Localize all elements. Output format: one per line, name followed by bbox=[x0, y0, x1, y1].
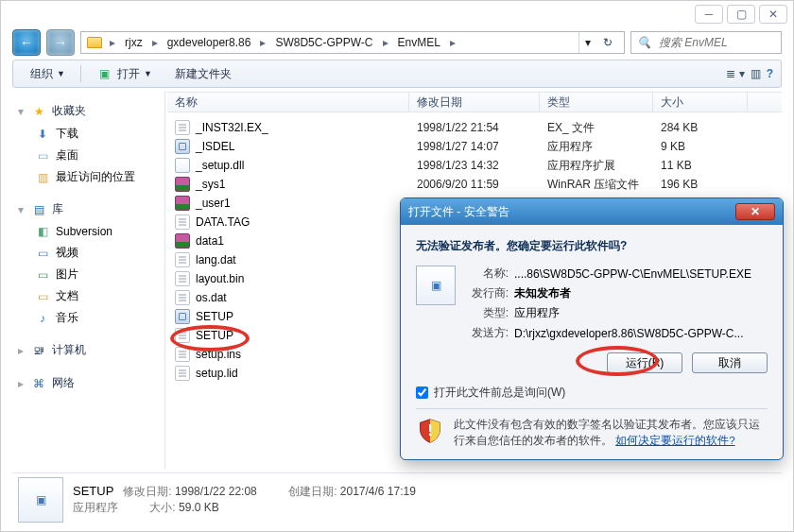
column-headers: 名称 修改日期 类型 大小 bbox=[167, 92, 782, 112]
file-row[interactable]: _ISDEL1998/1/27 14:07应用程序9 KB bbox=[167, 137, 782, 156]
address-dropdown[interactable]: ▾ bbox=[578, 32, 596, 53]
column-name[interactable]: 名称 bbox=[167, 93, 409, 112]
shield-icon: ! bbox=[416, 417, 444, 445]
chevron-down-icon: ▼ bbox=[144, 69, 152, 78]
favorites-group[interactable]: ▾ ★ 收藏夹 bbox=[14, 101, 164, 123]
file-name: lang.dat bbox=[196, 253, 236, 266]
breadcrumb-item[interactable]: gxdeveloper8.86 bbox=[162, 32, 257, 53]
network-icon: ⌘ bbox=[31, 376, 46, 391]
file-name: setup.ins bbox=[196, 348, 241, 361]
new-folder-button[interactable]: 新建文件夹 bbox=[165, 63, 241, 85]
chevron-right-icon: ▸ bbox=[108, 36, 117, 49]
breadcrumb-item[interactable]: EnvMEL bbox=[392, 32, 446, 53]
sidebar-item-desktop[interactable]: ▭桌面 bbox=[14, 145, 164, 166]
file-icon bbox=[175, 328, 190, 343]
file-type: 应用程序扩展 bbox=[540, 158, 653, 174]
file-icon bbox=[175, 347, 190, 362]
file-name: data1 bbox=[196, 234, 224, 248]
file-icon bbox=[175, 309, 190, 324]
file-name: DATA.TAG bbox=[196, 215, 250, 229]
file-row[interactable]: _INST32I.EX_1998/1/22 21:54EX_ 文件284 KB bbox=[167, 118, 782, 137]
file-name: setup.lid bbox=[196, 367, 238, 380]
file-name: SETUP bbox=[196, 329, 233, 342]
always-ask-label: 打开此文件前总是询问(W) bbox=[434, 385, 565, 401]
always-ask-checkbox[interactable]: 打开此文件前总是询问(W) bbox=[416, 385, 768, 401]
chevron-right-icon: ▸ bbox=[150, 36, 160, 49]
preview-pane-icon[interactable]: ▥ bbox=[751, 67, 761, 80]
file-date: 1998/1/23 14:32 bbox=[409, 159, 540, 172]
file-name: _setup.dll bbox=[196, 159, 244, 172]
network-group[interactable]: ▸ ⌘ 网络 bbox=[14, 373, 164, 395]
dlg-name-label: 名称: bbox=[467, 266, 514, 282]
file-row[interactable]: _sys12006/9/20 11:59WinRAR 压缩文件196 KB bbox=[167, 175, 782, 194]
maximize-button[interactable]: ▢ bbox=[727, 5, 755, 24]
help-icon[interactable]: ? bbox=[767, 67, 773, 80]
breadcrumb[interactable]: ▸ rjxz ▸ gxdeveloper8.86 ▸ SW8D5C-GPPW-C… bbox=[80, 31, 625, 54]
always-ask-input[interactable] bbox=[416, 386, 428, 399]
search-field[interactable] bbox=[657, 35, 794, 50]
details-size-value: 59.0 KB bbox=[179, 501, 219, 514]
column-date[interactable]: 修改日期 bbox=[409, 93, 540, 112]
view-icon[interactable]: ≣ ▾ bbox=[726, 67, 744, 80]
libraries-group[interactable]: ▾ ▤ 库 bbox=[14, 199, 164, 221]
video-icon: ▭ bbox=[35, 246, 50, 261]
nav-label: 音乐 bbox=[56, 310, 78, 326]
details-mod-label: 修改日期: bbox=[123, 485, 171, 498]
dlg-type-value: 应用程序 bbox=[514, 305, 768, 321]
navigation-pane: ▾ ★ 收藏夹 ⬇下载 ▭桌面 ▥最近访问的位置 ▾ ▤ 库 ◧Subversi… bbox=[12, 92, 165, 469]
sidebar-item-recent[interactable]: ▥最近访问的位置 bbox=[14, 166, 164, 188]
minimize-button[interactable]: ─ bbox=[695, 5, 723, 24]
search-input[interactable]: 🔍 bbox=[630, 31, 782, 54]
computer-group[interactable]: ▸ 🖳 计算机 bbox=[14, 340, 164, 362]
details-pane: ▣ SETUP 修改日期: 1998/1/22 22:08 创建日期: 2017… bbox=[12, 472, 782, 525]
column-size[interactable]: 大小 bbox=[653, 93, 748, 112]
run-button[interactable]: 运行(R) bbox=[607, 352, 682, 373]
cancel-button[interactable]: 取消 bbox=[692, 352, 768, 373]
search-icon: 🔍 bbox=[637, 36, 651, 49]
chevron-right-icon: ▸ bbox=[448, 36, 457, 49]
dlg-from-value: D:\rjxz\gxdeveloper8.86\SW8D5C-GPPW-C... bbox=[514, 327, 768, 340]
file-icon bbox=[175, 177, 190, 192]
dlg-from-label: 发送方: bbox=[467, 325, 514, 341]
sidebar-item-videos[interactable]: ▭视频 bbox=[14, 242, 164, 264]
forward-button[interactable]: → bbox=[46, 29, 75, 56]
file-row[interactable]: _setup.dll1998/1/23 14:32应用程序扩展11 KB bbox=[167, 156, 782, 175]
collapse-icon: ▾ bbox=[16, 203, 26, 216]
dlg-pub-label: 发行商: bbox=[467, 285, 514, 301]
file-icon bbox=[175, 233, 190, 249]
nav-label: 图片 bbox=[56, 266, 78, 283]
sidebar-item-pictures[interactable]: ▭图片 bbox=[14, 264, 164, 285]
close-button[interactable]: ✕ bbox=[759, 5, 787, 24]
separator bbox=[416, 408, 768, 409]
file-date: 1998/1/22 21:54 bbox=[409, 121, 540, 134]
file-type: EX_ 文件 bbox=[540, 120, 653, 136]
sidebar-item-subversion[interactable]: ◧Subversion bbox=[14, 221, 164, 242]
sidebar-item-downloads[interactable]: ⬇下载 bbox=[14, 123, 164, 145]
sidebar-item-music[interactable]: ♪音乐 bbox=[14, 307, 164, 329]
file-size: 196 KB bbox=[653, 178, 748, 191]
file-icon bbox=[175, 290, 190, 305]
subversion-icon: ◧ bbox=[35, 224, 50, 239]
breadcrumb-item[interactable]: rjxz bbox=[119, 32, 148, 53]
expand-icon: ▸ bbox=[16, 377, 26, 390]
favorites-label: 收藏夹 bbox=[52, 103, 86, 119]
new-folder-label: 新建文件夹 bbox=[175, 66, 232, 82]
organize-label: 组织 bbox=[30, 66, 53, 82]
footer-link[interactable]: 如何决定要运行的软件? bbox=[615, 435, 734, 446]
open-button[interactable]: ▣ 打开 ▼ bbox=[87, 62, 162, 85]
back-button[interactable]: ← bbox=[12, 29, 41, 56]
file-name: SETUP bbox=[196, 310, 233, 323]
organize-menu[interactable]: 组织 ▼ bbox=[21, 63, 75, 85]
collapse-icon: ▾ bbox=[16, 105, 26, 118]
svg-text:!: ! bbox=[427, 422, 432, 438]
chevron-right-icon: ▸ bbox=[381, 36, 390, 49]
file-icon bbox=[175, 215, 190, 230]
document-icon: ▭ bbox=[35, 289, 50, 304]
details-create-label: 创建日期: bbox=[288, 485, 337, 498]
sidebar-item-documents[interactable]: ▭文档 bbox=[14, 285, 164, 307]
breadcrumb-item[interactable]: SW8D5C-GPPW-C bbox=[269, 32, 378, 53]
column-type[interactable]: 类型 bbox=[540, 93, 653, 112]
refresh-icon[interactable]: ↻ bbox=[597, 32, 618, 53]
file-name: layout.bin bbox=[196, 272, 244, 285]
dialog-close-button[interactable]: ✕ bbox=[735, 203, 775, 220]
